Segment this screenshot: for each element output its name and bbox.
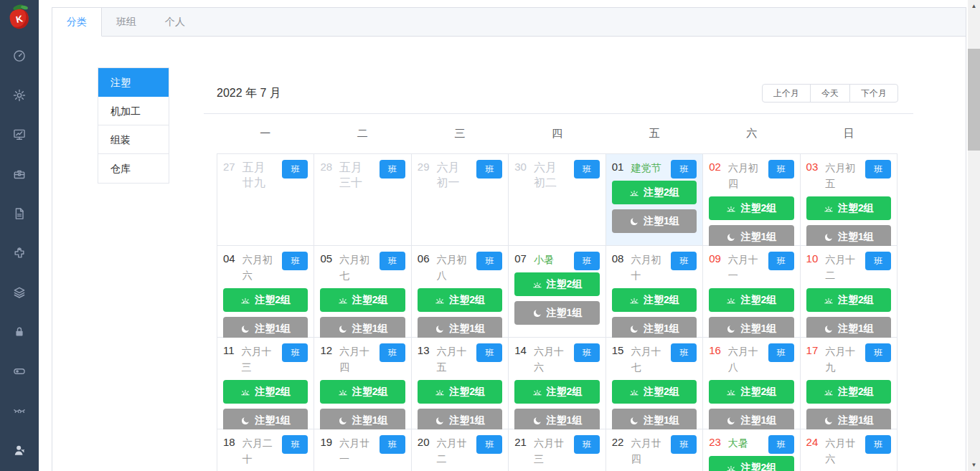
dashboard-icon[interactable] xyxy=(12,49,27,63)
work-day-badge[interactable]: 班 xyxy=(282,252,308,270)
settings-icon[interactable] xyxy=(12,88,27,103)
tab-personal[interactable]: 个人 xyxy=(151,8,199,36)
calendar-cell-04[interactable]: 04六月初六班注塑2组注塑1组 xyxy=(217,246,314,338)
shift-day-button[interactable]: 注塑2组 xyxy=(612,181,697,204)
shift-day-button[interactable]: 注塑2组 xyxy=(418,288,502,312)
calendar-cell-17[interactable]: 17六月十九班注塑2组注塑1组 xyxy=(801,338,897,429)
work-day-badge[interactable]: 班 xyxy=(768,435,794,454)
calendar-cell-15[interactable]: 15六月十七班注塑2组注塑1组 xyxy=(606,338,703,429)
work-day-badge[interactable]: 班 xyxy=(865,343,891,362)
calendar-cell-20[interactable]: 20六月廿二班注塑2组注塑1组 xyxy=(412,429,509,471)
calendar-cell-07[interactable]: 07小暑班注塑2组注塑1组 xyxy=(509,246,606,338)
lock-icon[interactable] xyxy=(12,325,27,339)
work-day-badge[interactable]: 班 xyxy=(380,160,405,179)
calendar-cell-21[interactable]: 21六月廿三班注塑2组注塑1组 xyxy=(509,429,606,471)
scroll-down-arrow-icon[interactable]: ▼ xyxy=(968,459,980,471)
calendar-cell-09[interactable]: 09六月十一班注塑2组注塑1组 xyxy=(703,246,800,338)
calendar-cell-12[interactable]: 12六月十四班注塑2组注塑1组 xyxy=(314,338,411,429)
user-admin-icon[interactable] xyxy=(12,443,27,457)
shift-night-button[interactable]: 注塑1组 xyxy=(514,301,599,325)
calendar-cell-01[interactable]: 01建党节班注塑2组注塑1组 xyxy=(606,154,703,246)
calendar-cell-06[interactable]: 06六月初八班注塑2组注塑1组 xyxy=(412,246,509,338)
work-day-badge[interactable]: 班 xyxy=(865,435,891,454)
shift-day-button[interactable]: 注塑2组 xyxy=(612,288,697,312)
calendar-cell-10[interactable]: 10六月十二班注塑2组注塑1组 xyxy=(801,246,897,338)
work-day-badge[interactable]: 班 xyxy=(476,160,502,179)
work-day-badge[interactable]: 班 xyxy=(282,435,308,454)
category-item-injection[interactable]: 注塑 xyxy=(98,68,169,97)
calendar-cell-27[interactable]: 27五月廿九班 xyxy=(217,154,314,246)
calendar-cell-11[interactable]: 11六月十三班注塑2组注塑1组 xyxy=(217,338,314,429)
shift-day-button[interactable]: 注塑2组 xyxy=(709,288,793,312)
work-day-badge[interactable]: 班 xyxy=(671,343,697,362)
work-day-badge[interactable]: 班 xyxy=(476,252,502,270)
work-day-badge[interactable]: 班 xyxy=(671,252,697,270)
calendar-cell-28[interactable]: 28五月三十班 xyxy=(314,154,411,246)
browser-scrollbar[interactable]: ▲ ▼ xyxy=(968,0,980,471)
shift-day-button[interactable]: 注塑2组 xyxy=(709,456,793,471)
work-day-badge[interactable]: 班 xyxy=(476,343,502,362)
shift-night-button[interactable]: 注塑1组 xyxy=(612,209,697,233)
shift-day-button[interactable]: 注塑2组 xyxy=(806,380,891,404)
category-item-assembly[interactable]: 组装 xyxy=(98,125,169,154)
work-day-badge[interactable]: 班 xyxy=(282,160,308,179)
work-day-badge[interactable]: 班 xyxy=(671,435,697,454)
toolbox-icon[interactable] xyxy=(12,167,27,181)
work-day-badge[interactable]: 班 xyxy=(574,343,600,362)
scroll-up-arrow-icon[interactable]: ▲ xyxy=(968,0,980,12)
work-day-badge[interactable]: 班 xyxy=(574,435,600,454)
work-day-badge[interactable]: 班 xyxy=(865,160,891,179)
work-day-badge[interactable]: 班 xyxy=(768,343,794,362)
tab-category[interactable]: 分类 xyxy=(52,8,102,37)
calendar-cell-14[interactable]: 14六月十六班注塑2组注塑1组 xyxy=(509,338,606,429)
calendar-cell-19[interactable]: 19六月廿一班注塑2组注塑1组 xyxy=(314,429,411,471)
calendar-cell-22[interactable]: 22六月廿四班注塑2组注塑1组 xyxy=(606,429,703,471)
scrollbar-thumb[interactable] xyxy=(968,49,980,151)
shift-day-button[interactable]: 注塑2组 xyxy=(320,288,405,312)
shift-day-button[interactable]: 注塑2组 xyxy=(320,380,405,404)
calendar-cell-03[interactable]: 03六月初五班注塑2组注塑1组 xyxy=(801,154,897,246)
shift-day-button[interactable]: 注塑2组 xyxy=(612,380,697,404)
calendar-cell-18[interactable]: 18六月二十班注塑2组注塑1组 xyxy=(217,429,314,471)
prev-month-button[interactable]: 上个月 xyxy=(762,84,811,103)
shift-day-button[interactable]: 注塑2组 xyxy=(514,272,599,296)
calendar-cell-05[interactable]: 05六月初七班注塑2组注塑1组 xyxy=(314,246,411,338)
work-day-badge[interactable]: 班 xyxy=(865,252,891,270)
document-icon[interactable] xyxy=(12,206,27,221)
work-day-badge[interactable]: 班 xyxy=(768,252,794,270)
calendar-cell-30[interactable]: 30六月初二班 xyxy=(509,154,606,246)
calendar-cell-29[interactable]: 29六月初一班 xyxy=(412,154,509,246)
work-day-badge[interactable]: 班 xyxy=(574,252,600,270)
report-chart-icon[interactable] xyxy=(12,128,27,142)
work-day-badge[interactable]: 班 xyxy=(380,435,405,454)
eye-closed-icon[interactable] xyxy=(12,404,27,418)
calendar-cell-24[interactable]: 24六月廿六班注塑2组注塑1组 xyxy=(801,429,897,471)
work-day-badge[interactable]: 班 xyxy=(671,160,697,179)
work-day-badge[interactable]: 班 xyxy=(476,435,502,454)
shift-day-button[interactable]: 注塑2组 xyxy=(223,288,308,312)
shift-day-button[interactable]: 注塑2组 xyxy=(223,380,308,404)
toggle-icon[interactable] xyxy=(12,364,27,379)
calendar-cell-16[interactable]: 16六月十八班注塑2组注塑1组 xyxy=(703,338,800,429)
calendar-cell-23[interactable]: 23大暑班注塑2组注塑1组 xyxy=(703,429,800,471)
calendar-cell-13[interactable]: 13六月十五班注塑2组注塑1组 xyxy=(412,338,509,429)
plugin-icon[interactable] xyxy=(12,246,27,260)
layers-icon[interactable] xyxy=(12,285,27,300)
today-button[interactable]: 今天 xyxy=(810,84,850,103)
category-item-machining[interactable]: 机加工 xyxy=(98,97,169,125)
work-day-badge[interactable]: 班 xyxy=(380,343,405,362)
calendar-cell-08[interactable]: 08六月初十班注塑2组注塑1组 xyxy=(606,246,703,338)
shift-day-button[interactable]: 注塑2组 xyxy=(806,196,891,220)
shift-day-button[interactable]: 注塑2组 xyxy=(418,380,502,404)
work-day-badge[interactable]: 班 xyxy=(282,343,308,362)
shift-day-button[interactable]: 注塑2组 xyxy=(709,380,793,404)
next-month-button[interactable]: 下个月 xyxy=(849,84,898,103)
tab-group[interactable]: 班组 xyxy=(102,8,151,36)
calendar-cell-02[interactable]: 02六月初四班注塑2组注塑1组 xyxy=(703,154,800,246)
work-day-badge[interactable]: 班 xyxy=(574,160,600,179)
shift-day-button[interactable]: 注塑2组 xyxy=(514,380,599,404)
shift-day-button[interactable]: 注塑2组 xyxy=(806,288,891,312)
work-day-badge[interactable]: 班 xyxy=(768,160,794,179)
category-item-warehouse[interactable]: 仓库 xyxy=(98,154,169,183)
work-day-badge[interactable]: 班 xyxy=(380,252,405,270)
